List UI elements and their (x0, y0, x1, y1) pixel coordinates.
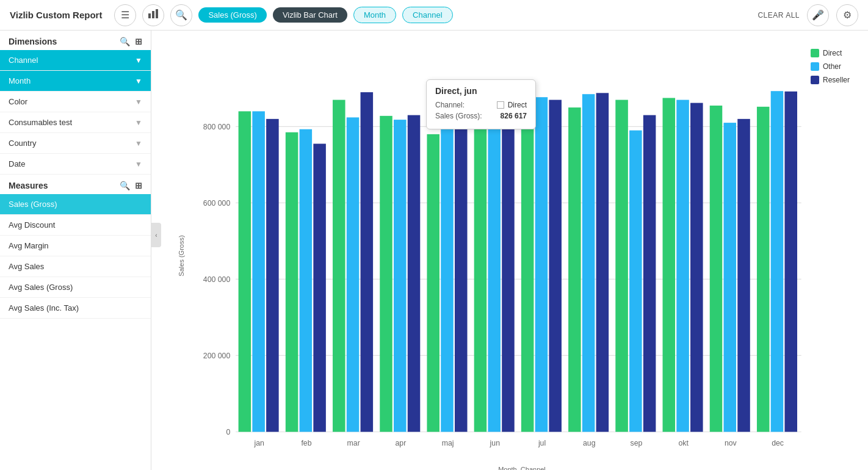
filter-icon-color: ▼ (135, 98, 142, 106)
measure-item-avg-sales-tax[interactable]: Avg Sales (Inc. Tax) (0, 298, 151, 319)
svg-rect-19 (313, 143, 326, 432)
chart-icon (148, 9, 159, 22)
svg-rect-29 (427, 134, 439, 432)
main-layout: Dimensions 🔍 ⊞ Channel ▼ Month ▼ Color ▼… (0, 31, 868, 470)
svg-text:600 000: 600 000 (203, 199, 231, 208)
measures-search-icon[interactable]: 🔍 (120, 181, 130, 190)
svg-rect-30 (441, 85, 454, 432)
app-header: Vizlib Custom Report ☰ 🔍 Sales (Gross) V… (0, 0, 868, 31)
collapse-handle[interactable]: ‹ (151, 223, 161, 247)
svg-rect-42 (582, 94, 595, 432)
svg-rect-49 (663, 98, 676, 432)
y-axis-label: Sales (Gross) (178, 235, 185, 276)
svg-rect-33 (474, 116, 487, 432)
svg-rect-25 (380, 116, 392, 432)
chip-channel[interactable]: Channel (402, 7, 452, 23)
settings-icon: ⚙ (843, 9, 852, 21)
filter-icon-country: ▼ (135, 139, 142, 148)
measures-add-icon[interactable]: ⊞ (135, 181, 142, 190)
mic-icon: 🎤 (812, 9, 824, 21)
svg-rect-46 (629, 131, 642, 432)
svg-rect-22 (347, 117, 360, 432)
svg-rect-2 (156, 9, 158, 18)
search-icon: 🔍 (175, 9, 187, 21)
svg-rect-13 (239, 111, 251, 432)
chart-container: Sales (Gross) Direct Other Reseller (151, 31, 868, 470)
search-button[interactable]: 🔍 (170, 4, 192, 26)
chip-month[interactable]: Month (353, 7, 396, 23)
svg-rect-50 (676, 100, 689, 432)
dimensions-icons: 🔍 ⊞ (120, 37, 142, 46)
sidebar-item-channel[interactable]: Channel ▼ (0, 50, 151, 71)
dimensions-section-header: Dimensions 🔍 ⊞ (0, 31, 151, 50)
dimensions-add-icon[interactable]: ⊞ (135, 37, 142, 46)
svg-rect-27 (408, 115, 421, 432)
bar-chart[interactable]: 0200 000400 000600 000800 000janfebmarap… (188, 37, 856, 470)
svg-rect-14 (252, 111, 265, 432)
dimensions-search-icon[interactable]: 🔍 (120, 37, 130, 46)
svg-rect-1 (152, 11, 154, 18)
svg-rect-34 (488, 128, 501, 432)
x-axis-label: Month, Channel (188, 466, 856, 470)
sidebar-item-country[interactable]: Country ▼ (0, 133, 151, 154)
sidebar-item-color[interactable]: Color ▼ (0, 92, 151, 112)
chip-sales-gross[interactable]: Sales (Gross) (198, 7, 266, 23)
measure-item-avg-sales-gross[interactable]: Avg Sales (Gross) (0, 277, 151, 298)
svg-text:feb: feb (301, 439, 311, 447)
sidebar: Dimensions 🔍 ⊞ Channel ▼ Month ▼ Color ▼… (0, 31, 151, 470)
header-right: CLEAR ALL 🎤 ⚙ (758, 4, 858, 26)
svg-rect-35 (502, 118, 515, 432)
svg-rect-54 (723, 123, 736, 432)
measures-icons: 🔍 ⊞ (120, 181, 142, 190)
sidebar-item-month[interactable]: Month ▼ (0, 71, 151, 92)
svg-text:400 000: 400 000 (203, 275, 231, 284)
svg-rect-15 (266, 119, 279, 432)
mic-button[interactable]: 🎤 (807, 4, 829, 26)
svg-rect-31 (455, 106, 468, 432)
sidebar-item-consumables[interactable]: Consumables test ▼ (0, 112, 151, 133)
svg-rect-55 (737, 119, 750, 432)
svg-rect-43 (596, 93, 609, 432)
svg-text:okt: okt (678, 439, 689, 447)
settings-button[interactable]: ⚙ (836, 4, 858, 26)
svg-rect-0 (148, 13, 151, 18)
svg-rect-58 (771, 91, 784, 432)
svg-rect-39 (549, 100, 562, 432)
sidebar-item-date[interactable]: Date ▼ (0, 154, 151, 175)
svg-text:0: 0 (226, 428, 230, 436)
svg-text:jan: jan (254, 439, 265, 447)
chart-button[interactable] (142, 4, 164, 26)
svg-text:dec: dec (772, 439, 784, 447)
measure-item-avg-discount[interactable]: Avg Discount (0, 215, 151, 236)
svg-rect-57 (757, 107, 770, 432)
clear-all-button[interactable]: CLEAR ALL (758, 11, 800, 20)
svg-text:jul: jul (538, 439, 546, 447)
chart-svg-wrapper: 0200 000400 000600 000800 000janfebmarap… (188, 37, 856, 470)
svg-rect-45 (615, 100, 628, 432)
chart-area: Sales (Gross) Direct Other Reseller (151, 31, 868, 470)
dimensions-label: Dimensions (9, 37, 57, 46)
svg-text:sep: sep (631, 439, 643, 447)
measures-label: Measures (9, 181, 48, 190)
svg-rect-53 (710, 106, 723, 432)
svg-text:maj: maj (442, 439, 454, 447)
measure-item-sales-gross[interactable]: Sales (Gross) (0, 194, 151, 215)
svg-text:aug: aug (583, 439, 596, 447)
svg-rect-41 (568, 107, 581, 432)
svg-rect-23 (361, 92, 374, 432)
svg-text:200 000: 200 000 (203, 352, 231, 360)
svg-text:mar: mar (347, 439, 360, 447)
chip-vizlib-bar-chart[interactable]: Vizlib Bar Chart (273, 7, 347, 23)
measures-section-header: Measures 🔍 ⊞ (0, 175, 151, 194)
measure-item-avg-sales[interactable]: Avg Sales (0, 256, 151, 277)
svg-rect-18 (300, 129, 313, 432)
svg-rect-26 (394, 120, 407, 432)
svg-rect-59 (784, 92, 797, 432)
measure-item-avg-margin[interactable]: Avg Margin (0, 236, 151, 256)
filter-icon-date: ▼ (135, 160, 142, 168)
menu-button[interactable]: ☰ (114, 4, 136, 26)
svg-rect-17 (286, 132, 298, 432)
svg-text:800 000: 800 000 (203, 123, 231, 131)
filter-icon-channel: ▼ (135, 56, 142, 65)
svg-rect-21 (333, 100, 345, 432)
